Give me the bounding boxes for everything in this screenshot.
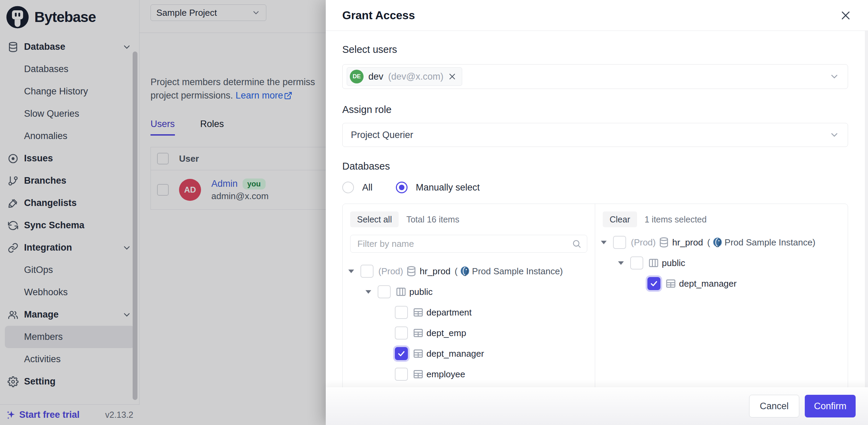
table-icon [413,328,424,338]
database-scope-radios: All Manually select [342,181,848,194]
search-icon [572,239,581,249]
databases-label: Databases [342,161,848,172]
tree-row-table[interactable]: department [343,302,595,323]
remove-user-icon[interactable] [448,72,456,81]
checkbox-checked[interactable] [647,277,660,290]
checkbox[interactable] [378,285,391,298]
table-icon [413,369,424,380]
caret-down-icon[interactable] [616,259,625,267]
postgres-icon [712,237,723,248]
role-select-value: Project Querier [351,130,413,140]
radio-manually-select[interactable] [396,182,408,193]
chevron-down-icon [829,130,839,140]
database-icon [658,237,669,248]
modal-body: Select users DE dev (dev@x.com) Assign r… [326,44,868,425]
checkbox[interactable] [613,236,626,249]
checkbox[interactable] [395,326,408,340]
schema-icon [648,257,659,268]
tree-row-table[interactable]: employee [343,364,595,384]
modal-header: Grant Access [326,0,868,31]
confirm-button[interactable]: Confirm [805,395,856,417]
clear-button[interactable]: Clear [603,211,637,227]
tree-row-table[interactable]: dept_emp [343,323,595,343]
database-icon [406,266,417,277]
table-icon [413,307,424,318]
total-items-label: Total 16 items [406,215,459,225]
table-icon [665,278,676,289]
checkbox[interactable] [395,368,408,381]
avatar: DE [350,70,364,83]
tree-row-schema[interactable]: public [343,282,595,302]
tree-row-database[interactable]: (Prod) hr_prod ( Prod Sample Instance) [595,232,848,253]
role-select[interactable]: Project Querier [342,123,848,147]
checkbox[interactable] [360,265,374,278]
table-icon [413,348,424,359]
radio-all[interactable] [342,182,354,193]
tree-row-database[interactable]: (Prod) hr_prod ( Prod Sample Instance) [343,261,595,282]
close-icon[interactable] [840,10,852,21]
modal-title: Grant Access [342,9,415,22]
modal-footer: Cancel Confirm [326,387,868,425]
postgres-icon [459,265,471,277]
modal-overlay[interactable] [0,0,326,425]
tree-row-table[interactable]: dept_manager [595,273,848,294]
caret-down-icon[interactable] [599,238,608,247]
select-all-button[interactable]: Select all [350,211,399,227]
checkbox-checked[interactable] [395,347,408,360]
selected-count-label: 1 items selected [645,215,707,225]
source-tree: (Prod) hr_prod ( Prod Sample Instance) p… [343,261,595,384]
caret-down-icon[interactable] [347,267,356,276]
assign-role-label: Assign role [342,104,848,115]
filter-input[interactable] [357,238,581,250]
filter-input-wrap [350,235,587,253]
modal-scrollbar[interactable] [865,31,868,387]
schema-icon [396,286,407,297]
select-users-label: Select users [342,44,848,55]
select-users-input[interactable]: DE dev (dev@x.com) [342,64,848,89]
tree-row-schema[interactable]: public [595,253,848,273]
checkbox[interactable] [630,256,643,269]
tree-row-table[interactable]: dept_manager [343,343,595,364]
caret-down-icon[interactable] [364,287,373,296]
selected-user-chip: DE dev (dev@x.com) [347,67,462,86]
cancel-button[interactable]: Cancel [749,395,799,417]
checkbox[interactable] [395,306,408,319]
chevron-down-icon [829,71,839,82]
selected-tree: (Prod) hr_prod ( Prod Sample Instance) p… [595,232,848,294]
grant-access-modal: Grant Access Select users DE dev (dev@x.… [326,0,868,425]
